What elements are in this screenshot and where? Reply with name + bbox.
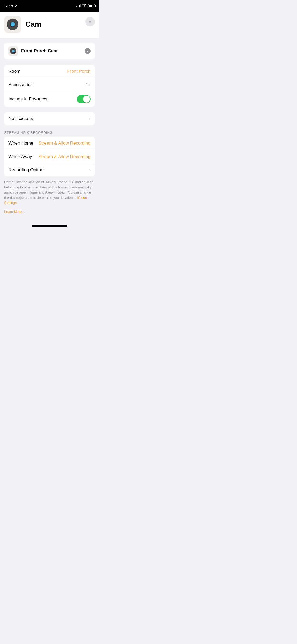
settings-section: Room Front Porch Accessories 1 › Include…	[4, 65, 95, 107]
accessories-chevron: ›	[89, 83, 91, 87]
room-value: Front Porch	[67, 69, 91, 74]
recording-options-label: Recording Options	[8, 167, 46, 173]
battery-icon	[88, 4, 95, 7]
learn-more-link[interactable]: Learn More...	[0, 210, 99, 218]
room-label: Room	[8, 69, 20, 74]
favorites-row[interactable]: Include in Favorites	[4, 91, 95, 107]
favorites-label: Include in Favorites	[8, 96, 47, 102]
recording-options-chevron: ›	[89, 168, 91, 172]
cam-remove-button[interactable]: ×	[85, 48, 91, 54]
cam-icon	[4, 16, 21, 33]
when-away-row[interactable]: When Away Stream & Allow Recording	[4, 150, 95, 163]
accessories-row[interactable]: Accessories 1 ›	[4, 78, 95, 91]
when-home-value: Stream & Allow Recording	[39, 141, 91, 146]
footer-description: Home uses the location of "Mike's iPhone…	[0, 176, 99, 210]
status-time: 7:13 ↗	[5, 4, 17, 8]
home-indicator	[0, 222, 99, 229]
streaming-section: When Home Stream & Allow Recording When …	[4, 137, 95, 176]
recording-options-row[interactable]: Recording Options ›	[4, 163, 95, 176]
page-header: Cam ×	[0, 12, 99, 38]
notifications-row[interactable]: Notifications ›	[4, 112, 95, 125]
favorites-toggle[interactable]	[77, 95, 91, 103]
accessories-value: 1 ›	[86, 82, 91, 88]
main-content: Front Porch Cam × Room Front Porch Acces…	[0, 38, 99, 222]
wifi-icon	[82, 4, 87, 8]
room-row[interactable]: Room Front Porch	[4, 65, 95, 78]
notifications-chevron: ›	[89, 117, 91, 121]
home-bar	[32, 225, 67, 227]
when-home-label: When Home	[8, 141, 33, 146]
when-away-label: When Away	[8, 154, 32, 159]
accessories-label: Accessories	[8, 82, 33, 88]
status-icons	[76, 4, 95, 8]
streaming-section-header: STREAMING & RECORDING	[0, 131, 99, 137]
signal-icon	[76, 4, 81, 7]
cam-thumb-icon	[8, 46, 18, 56]
page-title: Cam	[25, 20, 41, 29]
cam-name-label: Front Porch Cam	[21, 48, 82, 54]
notifications-label: Notifications	[8, 116, 33, 121]
location-icon: ↗	[15, 4, 17, 8]
when-home-row[interactable]: When Home Stream & Allow Recording	[4, 137, 95, 150]
status-bar: 7:13 ↗	[0, 0, 99, 12]
cam-name-row: Front Porch Cam ×	[4, 43, 95, 59]
close-button[interactable]: ×	[85, 17, 95, 26]
notifications-section: Notifications ›	[4, 112, 95, 125]
cam-name-section: Front Porch Cam ×	[4, 43, 95, 59]
when-away-value: Stream & Allow Recording	[39, 154, 91, 159]
